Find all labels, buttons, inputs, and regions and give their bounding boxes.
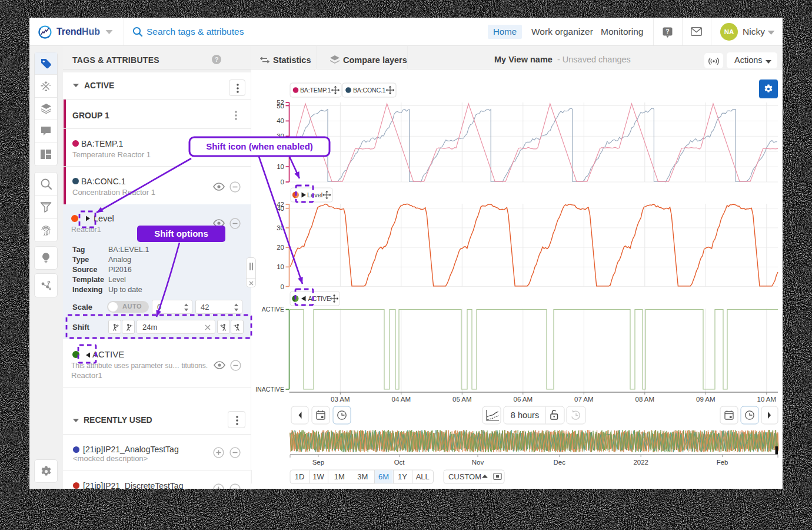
svg-text:Shift options: Shift options bbox=[154, 228, 208, 238]
svg-text:Shift icon (when enabled): Shift icon (when enabled) bbox=[206, 141, 313, 151]
